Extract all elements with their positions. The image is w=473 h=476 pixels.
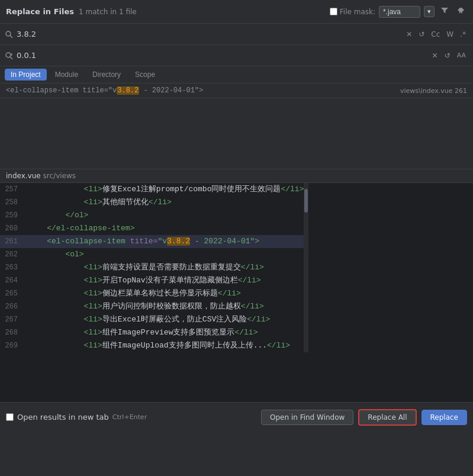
search-loop-btn[interactable]: ↺ [416,29,427,40]
search-input[interactable] [17,30,400,38]
header-controls: File mask: ▾ [330,5,467,18]
file-mask-input[interactable] [379,6,420,18]
replace-loop-btn[interactable]: ↺ [442,50,453,61]
vertical-scrollbar[interactable] [304,183,308,352]
search-clear-btn[interactable]: ✕ [404,29,414,40]
search-icon [5,30,13,38]
result-match-text: 3.8.2 [117,86,139,95]
result-file-location: views\index.vue 261 [400,87,467,95]
line-num-260: 260 [0,222,24,235]
svg-line-1 [10,36,12,38]
shortcut-hint: Ctrl+Enter [112,413,147,421]
line-content-266: <li>用户访问控制时校验数据权限，防止越权</li> [24,300,304,313]
line-num-261: 261 [0,235,24,248]
line-num-257: 257 [0,183,24,196]
search-actions: ✕ ↺ Cc W .* [404,29,468,40]
code-line-259: 259 </ol> [0,209,304,222]
line-content-269: <li>组件ImageUpload支持多图同时上传及上传...</li> [24,339,304,352]
code-line-258: 258 <li>其他细节优化</li> [0,196,304,209]
tab-scope[interactable]: Scope [129,69,161,81]
file-mask-checkbox[interactable] [330,8,337,15]
search-case-btn[interactable]: Cc [429,29,442,40]
open-results-label: Open results in new tab [17,413,109,422]
scope-tabs: In Project Module Directory Scope [0,66,473,83]
replace-btn[interactable]: Replace [421,410,467,425]
open-find-window-btn[interactable]: Open in Find Window [261,410,353,425]
line-num-264: 264 [0,274,24,287]
file-mask-label: File mask: [340,8,375,16]
line-content-258: <li>其他细节优化</li> [24,196,304,209]
line-content-264: <li>开启TopNav没有子菜单情况隐藏侧边栏</li> [24,274,304,287]
code-line-264: 264 <li>开启TopNav没有子菜单情况隐藏侧边栏</li> [0,274,304,287]
code-line-265: 265 <li>侧边栏菜单名称过长悬停显示标题</li> [0,287,304,300]
scrollbar-thumb[interactable] [304,189,308,213]
open-results-checkbox[interactable] [6,413,14,421]
result-text-before: <el-collapse-item title="v [6,86,117,95]
line-num-269: 269 [0,339,24,352]
line-num-268: 268 [0,326,24,339]
line-num-265: 265 [0,287,24,300]
filter-icon-btn[interactable] [438,5,451,18]
line-content-260: </el-collapse-item> [24,222,304,235]
search-bar: ✕ ↺ Cc W .* [0,24,473,45]
line-content-262: <ol> [24,248,304,261]
code-line-263: 263 <li>前端支持设置是否需要防止数据重复提交</li> [0,261,304,274]
code-lines: 257 <li>修复Excel注解prompt/combo同时使用不生效问题</… [0,183,304,352]
line-content-265: <li>侧边栏菜单名称过长悬停显示标题</li> [24,287,304,300]
footer-right: Open in Find Window Replace All Replace [261,409,467,426]
replace-input[interactable] [17,51,426,60]
header-bar: Replace in Files 1 match in 1 file File … [0,0,473,24]
line-content-267: <li>导出Excel时屏蔽公式，防止CSV注入风险</li> [24,313,304,326]
pin-icon-btn[interactable] [455,6,467,18]
pin-icon [457,7,465,15]
line-content-259: </ol> [24,209,304,222]
code-line-268: 268 <li>组件ImagePreview支持多图预览显示</li> [0,326,304,339]
code-breadcrumb: index.vue src/views [0,169,473,183]
line-num-266: 266 [0,300,24,313]
replace-icon [5,52,13,60]
breadcrumb-file: index.vue [6,172,41,180]
replace-all-btn[interactable]: Replace All [358,409,416,426]
code-line-260: 260 </el-collapse-item> [0,222,304,235]
code-content: 257 <li>修复Excel注解prompt/combo同时使用不生效问题</… [0,183,473,352]
code-line-257: 257 <li>修复Excel注解prompt/combo同时使用不生效问题</… [0,183,304,196]
line-content-268: <li>组件ImagePreview支持多图预览显示</li> [24,326,304,339]
line-num-259: 259 [0,209,24,222]
footer-bar: Open results in new tab Ctrl+Enter Open … [0,402,473,432]
main-container: Replace in Files 1 match in 1 file File … [0,0,473,476]
footer-left: Open results in new tab Ctrl+Enter [6,413,147,422]
code-line-262: 262 <ol> [0,248,304,261]
result-content: <el-collapse-item title="v3.8.2 - 2022-0… [6,86,203,95]
line-num-258: 258 [0,196,24,209]
results-empty-area [0,98,473,169]
line-num-263: 263 [0,261,24,274]
file-mask-toggle[interactable]: File mask: [330,8,375,16]
line-num-262: 262 [0,248,24,261]
replace-clear-btn[interactable]: ✕ [430,50,440,61]
tab-directory[interactable]: Directory [86,69,127,81]
filter-icon [440,7,449,15]
code-editor-area: 257 <li>修复Excel注解prompt/combo同时使用不生效问题</… [0,183,473,402]
svg-point-2 [6,53,11,57]
app-title: Replace in Files [6,7,74,16]
svg-point-0 [6,31,11,36]
replace-aa-btn[interactable]: AA [455,50,468,60]
line-num-267: 267 [0,313,24,326]
result-text-after: - 2022-04-01"> [139,86,203,95]
result-item[interactable]: <el-collapse-item title="v3.8.2 - 2022-0… [0,83,473,98]
line-content-257: <li>修复Excel注解prompt/combo同时使用不生效问题</li> [24,183,304,196]
breadcrumb-path: src/views [43,172,76,180]
tab-in-project[interactable]: In Project [5,69,47,81]
line-content-261: <el-collapse-item title="v3.8.2 - 2022-0… [24,235,304,248]
search-regex-btn[interactable]: .* [458,29,468,40]
search-word-btn[interactable]: W [444,29,456,40]
match-count: 1 match in 1 file [79,8,325,16]
replace-bar: ✕ ↺ AA [0,45,473,66]
replace-actions: ✕ ↺ AA [430,50,468,61]
code-line-269: 269 <li>组件ImageUpload支持多图同时上传及上传...</li> [0,339,304,352]
code-line-266: 266 <li>用户访问控制时校验数据权限，防止越权</li> [0,300,304,313]
line-content-263: <li>前端支持设置是否需要防止数据重复提交</li> [24,261,304,274]
code-line-267: 267 <li>导出Excel时屏蔽公式，防止CSV注入风险</li> [0,313,304,326]
tab-module[interactable]: Module [49,69,84,81]
file-mask-dropdown[interactable]: ▾ [424,6,435,17]
